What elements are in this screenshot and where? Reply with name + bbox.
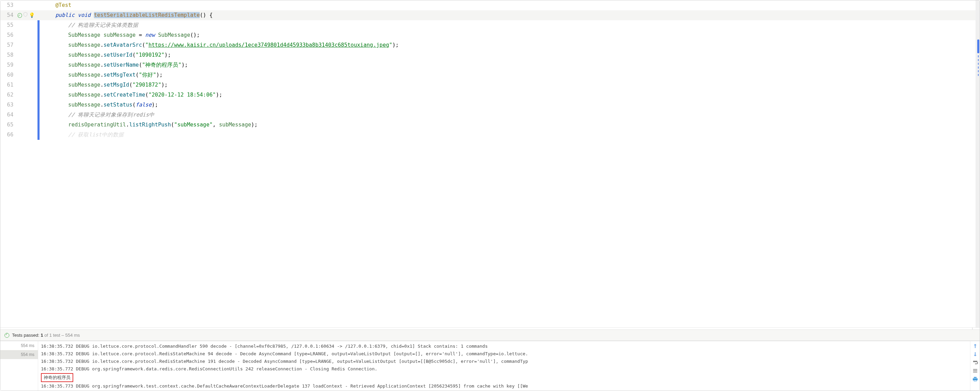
console-sidebar: 554 ms554 ms [0,341,38,391]
code-line[interactable]: 53@Test [0,0,980,10]
code-content[interactable]: SubMessage subMessage = new SubMessage()… [41,30,980,40]
gutter[interactable]: 65 [0,120,38,130]
ide-window: 53@Test54💡public void testSerializableLi… [0,0,980,391]
method-body-marker [38,30,40,40]
code-content[interactable]: subMessage.setMsgText("你好"); [41,70,980,80]
gutter[interactable]: 62 [0,90,38,100]
arrow-down-icon[interactable] [972,351,978,357]
code-content[interactable]: @Test [41,0,980,10]
line-number: 58 [0,50,18,60]
console-line: 16:38:35.732 DEBUG io.lettuce.core.proto… [41,358,967,365]
line-number: 57 [0,40,18,50]
console-panel: 554 ms554 ms 16:38:35.732 DEBUG io.lettu… [0,341,980,391]
code-content[interactable]: subMessage.setCreateTime("2020-12-12 18:… [41,90,980,100]
arrow-up-icon[interactable] [972,343,978,349]
code-line[interactable]: 61 subMessage.setMsgId("2901872"); [0,80,980,90]
intention-bulb-icon[interactable]: 💡 [29,10,35,20]
line-number: 56 [0,30,18,40]
line-number: 65 [0,120,18,130]
test-status-text: Tests passed: 1 of 1 test – 554 ms [12,332,80,338]
code-line[interactable]: 59 subMessage.setUserName("神奇的程序员"); [0,60,980,70]
line-number: 60 [0,70,18,80]
console-line: 16:38:35.772 DEBUG org.springframework.d… [41,365,967,373]
console-line: 神奇的程序员 [41,373,967,382]
console-line: 16:38:35.732 DEBUG io.lettuce.core.proto… [41,343,967,350]
test-time-item[interactable]: 554 ms [0,341,38,350]
method-body-marker [38,20,40,30]
test-time-item[interactable]: 554 ms [0,350,38,359]
line-number: 53 [0,0,18,10]
code-line[interactable]: 56 SubMessage subMessage = new SubMessag… [0,30,980,40]
scroll-marker-dashed [978,55,978,76]
line-number: 54 [0,10,18,20]
gutter[interactable]: 64 [0,110,38,120]
gutter[interactable]: 66 [0,130,38,140]
method-body-marker [38,60,40,70]
method-body-marker [38,100,40,110]
code-line[interactable]: 66 // 获取list中的数据 [0,130,980,140]
code-line[interactable]: 55 // 构造聊天记录实体类数据 [0,20,980,30]
scroll-marker [977,40,979,53]
code-content[interactable]: subMessage.setUserId("1090192"); [41,50,980,60]
gutter[interactable]: 56 [0,30,38,40]
code-line[interactable]: 65 redisOperatingUtil.listRightPush("sub… [0,120,980,130]
code-line[interactable]: 62 subMessage.setCreateTime("2020-12-12 … [0,90,980,100]
console-line: 16:38:35.773 DEBUG org.springframework.t… [41,382,967,390]
shield-icon[interactable] [23,10,27,20]
code-content[interactable]: // 构造聊天记录实体类数据 [41,20,980,30]
gutter[interactable]: 58 [0,50,38,60]
stack-icon[interactable] [972,368,978,374]
code-line[interactable]: 64 // 将聊天记录对象保存到redis中 [0,110,980,120]
gutter[interactable]: 59 [0,60,38,70]
gutter[interactable]: 55 [0,20,38,30]
line-number: 64 [0,110,18,120]
gutter[interactable]: 57 [0,40,38,50]
line-number: 61 [0,80,18,90]
code-editor[interactable]: 53@Test54💡public void testSerializableLi… [0,0,980,328]
method-body-marker [38,130,40,140]
method-body-marker [38,70,40,80]
line-number: 63 [0,100,18,110]
gutter[interactable]: 53 [0,0,38,10]
code-content[interactable]: subMessage.setMsgId("2901872"); [41,80,980,90]
test-pass-icon [5,333,9,338]
console-highlighted-output: 神奇的程序员 [41,373,73,382]
code-content[interactable]: public void testSerializableListRedisTem… [41,10,980,20]
wrap-icon[interactable] [972,360,978,365]
code-content[interactable]: subMessage.setAvatarSrc("https://www.kai… [41,40,980,50]
code-content[interactable]: // 将聊天记录对象保存到redis中 [41,110,980,120]
code-line[interactable]: 57 subMessage.setAvatarSrc("https://www.… [0,40,980,50]
test-status-bar: Tests passed: 1 of 1 test – 554 ms [0,329,980,341]
line-number: 55 [0,20,18,30]
print-icon[interactable] [972,376,978,382]
line-number: 62 [0,90,18,100]
code-content[interactable]: subMessage.setStatus(false); [41,100,980,110]
gutter[interactable]: 63 [0,100,38,110]
editor-scrollbar[interactable] [975,0,980,328]
run-test-icon[interactable] [18,13,22,18]
code-line[interactable]: 60 subMessage.setMsgText("你好"); [0,70,980,80]
method-body-marker [38,120,40,130]
method-body-marker [38,110,40,120]
code-line[interactable]: 58 subMessage.setUserId("1090192"); [0,50,980,60]
line-number: 59 [0,60,18,70]
method-body-marker [38,80,40,90]
code-content[interactable]: // 获取list中的数据 [41,130,980,140]
gutter[interactable]: 60 [0,70,38,80]
console-line: 16:38:35.732 DEBUG io.lettuce.core.proto… [41,350,967,358]
code-content[interactable]: redisOperatingUtil.listRightPush("subMes… [41,120,980,130]
method-body-marker [38,50,40,60]
code-line[interactable]: 54💡public void testSerializableListRedis… [0,10,980,20]
console-actions [970,341,980,391]
gutter[interactable]: 61 [0,80,38,90]
method-body-marker [38,90,40,100]
method-body-marker [38,40,40,50]
line-number: 66 [0,130,18,140]
code-content[interactable]: subMessage.setUserName("神奇的程序员"); [41,60,980,70]
code-line[interactable]: 63 subMessage.setStatus(false); [0,100,980,110]
gutter[interactable]: 54💡 [0,10,38,20]
console-output[interactable]: 16:38:35.732 DEBUG io.lettuce.core.proto… [38,341,970,391]
